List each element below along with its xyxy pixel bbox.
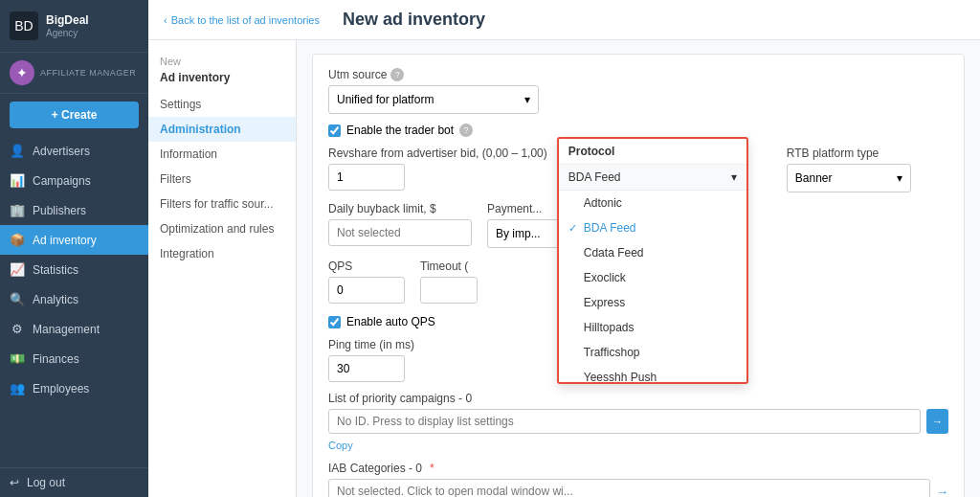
- ping-time-input[interactable]: [328, 355, 405, 382]
- sidebar-label-analytics: Analytics: [33, 293, 78, 306]
- dropdown-header: Protocol: [559, 139, 746, 165]
- sidebar-item-campaigns[interactable]: 📊 Campaigns: [0, 166, 148, 195]
- form-card: Utm source ? Unified for platform ▾ Enab…: [312, 54, 965, 497]
- left-nav-filters-traffic[interactable]: Filters for traffic sour...: [148, 192, 296, 216]
- trader-bot-checkbox[interactable]: [328, 124, 341, 137]
- logo-container: BD BigDeal Agency: [0, 0, 148, 53]
- create-button[interactable]: + Create: [10, 102, 139, 128]
- left-nav-section-label: New: [148, 48, 296, 71]
- buyback-input[interactable]: [328, 219, 472, 246]
- finances-icon: 💵: [10, 351, 25, 366]
- dropdown-selected-value: BDA Feed: [568, 170, 621, 184]
- auto-qps-label: Enable auto QPS: [346, 315, 435, 328]
- auto-qps-checkbox[interactable]: [328, 316, 341, 328]
- copy-link-row: Copy: [328, 438, 948, 452]
- revshare-group: Revshare from advertiser bid, (0,00 – 1,…: [328, 147, 547, 191]
- revshare-input[interactable]: [328, 164, 405, 191]
- dropdown-item-exoclick[interactable]: Exoclick: [559, 265, 746, 290]
- sidebar-item-ad-inventory[interactable]: 📦 Ad inventory: [0, 225, 148, 255]
- analytics-icon: 🔍: [10, 292, 25, 306]
- dropdown-item-express[interactable]: Express: [559, 290, 746, 315]
- back-link-text: Back to the list of ad inventories: [171, 14, 320, 26]
- dropdown-selected[interactable]: BDA Feed ▾: [559, 165, 746, 191]
- rtb-value: Banner: [795, 171, 833, 185]
- utm-source-chevron-icon: ▾: [524, 93, 530, 106]
- app-name: BigDeal: [46, 13, 89, 27]
- app-subtitle: Agency: [46, 28, 89, 38]
- utm-source-group: Utm source ? Unified for platform ▾: [328, 68, 948, 114]
- left-nav-optimization[interactable]: Optimization and rules: [148, 216, 296, 241]
- qps-group: QPS: [328, 260, 405, 304]
- rtb-group: RTB platform type Banner ▾: [787, 147, 911, 192]
- dropdown-item-trafficshop[interactable]: Trafficshop: [559, 340, 746, 365]
- back-chevron-icon: ‹: [164, 14, 167, 26]
- priority-arrow-button[interactable]: →: [926, 409, 948, 434]
- dropdown-chevron-icon: ▾: [731, 170, 737, 184]
- sidebar-item-publishers[interactable]: 🏢 Publishers: [0, 195, 148, 225]
- sidebar-item-advertisers[interactable]: 👤 Advertisers: [0, 136, 148, 166]
- qps-label: QPS: [328, 260, 405, 273]
- utm-info-icon: ?: [390, 68, 404, 81]
- iab-label-row: IAB Categories - 0 *: [328, 462, 948, 475]
- logout-icon: ↩: [10, 476, 19, 489]
- utm-source-select[interactable]: Unified for platform ▾: [328, 85, 539, 114]
- left-nav-integration[interactable]: Integration: [148, 241, 296, 266]
- affiliate-badge: ✦ AFFILIATE MANAGER: [0, 53, 148, 94]
- dropdown-item-yeesshh[interactable]: Yeesshh Push: [559, 365, 746, 382]
- affiliate-label: AFFILIATE MANAGER: [40, 68, 136, 78]
- sidebar-item-employees[interactable]: 👥 Employees: [0, 373, 148, 403]
- rtb-chevron-icon: ▾: [897, 171, 902, 185]
- sidebar-item-statistics[interactable]: 📈 Statistics: [0, 255, 148, 284]
- left-nav-information[interactable]: Information: [148, 142, 296, 167]
- bda-feed-check-icon: ✓: [568, 222, 578, 235]
- priority-row: List of priority campaigns - 0: [328, 392, 948, 405]
- sidebar-label-finances: Finances: [33, 352, 79, 366]
- buyback-label: Daily buyback limit, $: [328, 202, 472, 215]
- left-nav-administration[interactable]: Administration: [148, 117, 296, 142]
- qps-input[interactable]: [328, 277, 405, 304]
- advertisers-icon: 👤: [10, 144, 25, 158]
- left-nav: New Ad inventory Settings Administration…: [148, 40, 297, 497]
- revshare-label: Revshare from advertiser bid, (0,00 – 1,…: [328, 147, 547, 160]
- iab-label: IAB Categories - 0: [328, 462, 422, 475]
- sidebar-label-campaigns: Campaigns: [33, 174, 91, 188]
- sidebar-label-advertisers: Advertisers: [33, 145, 90, 158]
- sidebar-label-statistics: Statistics: [33, 263, 78, 277]
- ad-inventory-icon: 📦: [10, 233, 25, 247]
- iab-input-row: →: [328, 479, 948, 497]
- iab-input[interactable]: [328, 479, 930, 497]
- dropdown-item-hilltopads[interactable]: Hilltopads: [559, 315, 746, 340]
- back-link[interactable]: ‹ Back to the list of ad inventories: [164, 14, 320, 26]
- main-fields-row: Revshare from advertiser bid, (0,00 – 1,…: [328, 147, 948, 192]
- form-area: Utm source ? Unified for platform ▾ Enab…: [297, 40, 980, 497]
- timeout-group: Timeout (: [420, 260, 478, 304]
- copy-link[interactable]: Copy: [328, 440, 353, 451]
- protocol-dropdown: Protocol BDA Feed ▾ Adtonic: [557, 137, 748, 384]
- logout-item[interactable]: ↩ Log out: [0, 467, 148, 497]
- dropdown-item-adtonic[interactable]: Adtonic: [559, 191, 746, 215]
- dropdown-item-bda-feed[interactable]: ✓ BDA Feed: [559, 215, 746, 240]
- dropdown-item-cdata-feed[interactable]: Cdata Feed: [559, 240, 746, 265]
- page-title: New ad inventory: [343, 10, 485, 30]
- left-nav-filters[interactable]: Filters: [148, 167, 296, 192]
- iab-arrow-icon[interactable]: →: [936, 485, 948, 498]
- sidebar-item-management[interactable]: ⚙ Management: [0, 314, 148, 344]
- iab-required: *: [430, 462, 434, 475]
- priority-input[interactable]: [328, 409, 921, 434]
- timeout-label: Timeout (: [420, 260, 478, 273]
- sidebar-item-finances[interactable]: 💵 Finances: [0, 344, 148, 373]
- statistics-icon: 📈: [10, 262, 25, 277]
- dropdown-list: Adtonic ✓ BDA Feed Cdata Feed: [559, 191, 746, 382]
- sidebar-label-management: Management: [33, 323, 100, 336]
- buyback-group: Daily buyback limit, $: [328, 202, 472, 246]
- sidebar: BD BigDeal Agency ✦ AFFILIATE MANAGER + …: [0, 0, 148, 497]
- left-nav-settings[interactable]: Settings: [148, 92, 296, 117]
- logo-text-block: BigDeal Agency: [46, 13, 89, 37]
- payment-value: By imp...: [496, 227, 541, 240]
- timeout-input[interactable]: [420, 277, 478, 304]
- rtb-select[interactable]: Banner ▾: [787, 164, 911, 192]
- sidebar-item-analytics[interactable]: 🔍 Analytics: [0, 284, 148, 314]
- management-icon: ⚙: [10, 322, 25, 336]
- sidebar-label-publishers: Publishers: [33, 204, 86, 217]
- utm-source-label: Utm source ?: [328, 68, 948, 81]
